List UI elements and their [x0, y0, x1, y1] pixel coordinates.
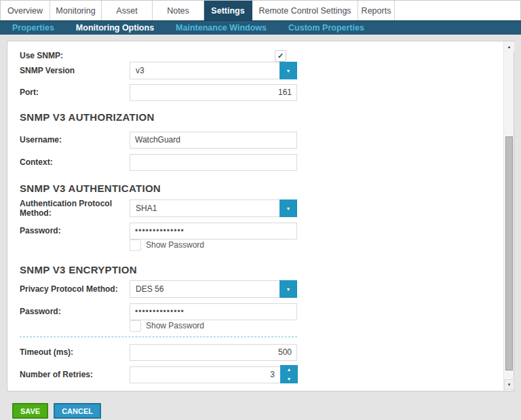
context-label: Context:	[20, 157, 130, 167]
dashed-divider	[20, 337, 297, 337]
vertical-scrollbar[interactable]: ▲ ▼	[503, 41, 514, 391]
section-heading-authentication: SNMP V3 AUTHENTICATION	[20, 183, 161, 194]
timeout-row: Timeout (ms):	[20, 343, 297, 361]
auth-password-row: Password:	[20, 222, 297, 240]
snmp-version-label: SNMP Version	[20, 66, 130, 75]
retries-label: Number of Retries:	[20, 370, 130, 379]
privacy-password-input[interactable]	[130, 303, 297, 320]
subnav-item-monitoring-options[interactable]: Monitoring Options	[76, 23, 154, 33]
section-heading-authorization: SNMP V3 AUTHORIZATION	[20, 111, 155, 123]
tab-asset[interactable]: Asset	[102, 1, 153, 21]
use-snmp-checkbox[interactable]: ✓	[275, 50, 286, 62]
scroll-up-icon[interactable]: ▲	[504, 41, 514, 52]
username-row: Username:	[20, 131, 297, 149]
timeout-input[interactable]	[130, 344, 297, 361]
snmp-version-select[interactable]: v3 ▼	[130, 62, 297, 79]
privacy-protocol-select[interactable]: DES 56 ▼	[130, 280, 297, 298]
username-input[interactable]	[130, 132, 297, 149]
privacy-password-label: Password:	[20, 307, 130, 316]
chevron-down-icon[interactable]: ▼	[279, 199, 297, 217]
use-snmp-label: Use SNMP:	[20, 51, 130, 60]
monitoring-options-panel: Use SNMP: ✓ SNMP Version v3 ▼ Port: SNMP…	[7, 41, 514, 392]
subnav-item-maintenance-windows[interactable]: Maintenance Windows	[176, 23, 267, 33]
context-input[interactable]	[130, 154, 297, 171]
cancel-button[interactable]: CANCEL	[54, 403, 101, 419]
save-button[interactable]: SAVE	[12, 403, 48, 419]
snmp-version-row: SNMP Version v3 ▼	[20, 62, 297, 79]
scroll-down-icon[interactable]: ▼	[504, 379, 514, 389]
privacy-protocol-label: Privacy Protocol Method:	[20, 284, 130, 294]
context-row: Context:	[20, 153, 297, 171]
auth-protocol-value: SHA1	[130, 204, 157, 213]
port-row: Port:	[20, 83, 297, 101]
privacy-show-password-row: Show Password	[20, 320, 297, 332]
tab-remote-control-settings[interactable]: Remote Control Settings	[252, 1, 358, 21]
auth-password-input[interactable]	[130, 223, 297, 240]
scrollbar-thumb[interactable]	[505, 136, 513, 370]
subnav-item-properties[interactable]: Properties	[12, 23, 54, 33]
username-label: Username:	[20, 135, 130, 145]
auth-show-password-checkbox[interactable]	[130, 240, 141, 251]
privacy-protocol-value: DES 56	[130, 284, 163, 294]
auth-show-password-row: Show Password	[20, 239, 297, 251]
tab-notes[interactable]: Notes	[153, 1, 204, 21]
auth-protocol-row: Authentication Protocol Method: SHA1 ▼	[20, 199, 297, 217]
tab-reports[interactable]: Reports	[358, 1, 395, 21]
auth-show-password-label: Show Password	[146, 240, 204, 250]
subnav-item-custom-properties[interactable]: Custom Properties	[288, 23, 364, 33]
port-label: Port:	[20, 88, 130, 97]
footer-action-bar: SAVE CANCEL	[0, 392, 521, 420]
tab-overview[interactable]: Overview	[1, 1, 50, 21]
retries-input[interactable]	[130, 366, 297, 383]
auth-protocol-label: Authentication Protocol Method:	[20, 199, 130, 218]
chevron-down-icon[interactable]: ▼	[279, 62, 297, 79]
port-input[interactable]	[130, 84, 297, 101]
retries-spinner: ▲ ▼	[280, 365, 298, 383]
snmp-version-value: v3	[130, 66, 144, 75]
chevron-down-icon[interactable]: ▼	[279, 280, 297, 298]
timeout-label: Timeout (ms):	[20, 347, 130, 357]
main-tab-bar: Overview Monitoring Asset Notes Settings…	[0, 0, 521, 20]
section-heading-encryption: SNMP V3 ENCRYPTION	[20, 264, 137, 275]
tab-settings[interactable]: Settings	[204, 1, 252, 21]
spinner-down-icon[interactable]: ▼	[280, 375, 298, 384]
auth-protocol-select[interactable]: SHA1 ▼	[130, 199, 297, 217]
retries-row: Number of Retries: ▲ ▼	[20, 366, 297, 383]
privacy-show-password-label: Show Password	[146, 321, 204, 330]
privacy-show-password-checkbox[interactable]	[130, 320, 141, 332]
privacy-protocol-row: Privacy Protocol Method: DES 56 ▼	[20, 280, 297, 298]
spinner-up-icon[interactable]: ▲	[280, 365, 298, 375]
settings-subnav: Properties Monitoring Options Maintenanc…	[0, 20, 521, 35]
privacy-password-row: Password:	[20, 303, 297, 320]
auth-password-label: Password:	[20, 226, 130, 235]
tab-monitoring[interactable]: Monitoring	[50, 1, 102, 21]
